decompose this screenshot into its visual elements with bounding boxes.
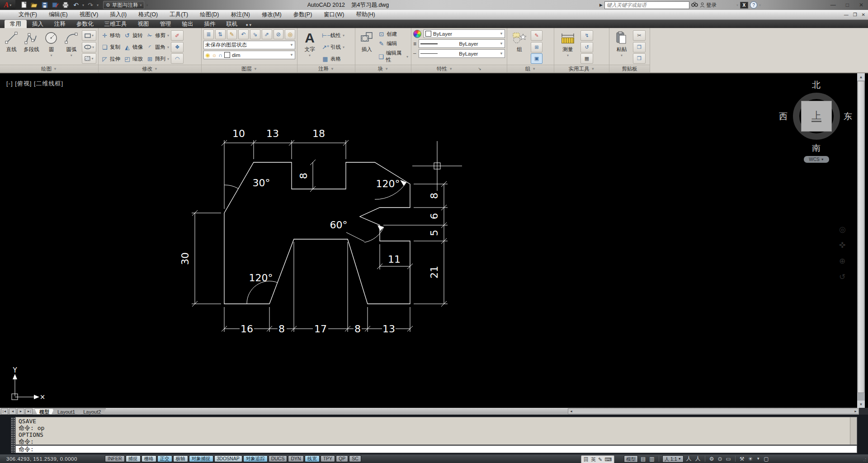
menu-item[interactable]: 插入(I)	[104, 10, 132, 19]
layout-tab[interactable]: Layout1	[52, 408, 80, 415]
arc-button[interactable]: 圆弧▾	[62, 29, 81, 65]
command-history-scrollbar[interactable]	[850, 417, 857, 444]
ribbon-tab[interactable]: 管理	[155, 20, 177, 28]
polyline-button[interactable]: 多段线	[22, 29, 41, 65]
panel-title-utilities[interactable]: 实用工具▼	[554, 65, 609, 72]
viewcube-north[interactable]: 北	[812, 79, 821, 91]
ribbon-tab[interactable]: 注释	[49, 20, 71, 28]
status-toggle[interactable]: 正交	[157, 455, 172, 462]
pan-icon[interactable]: ✜	[839, 241, 846, 250]
modify-tool[interactable]: ◭镜像	[123, 41, 144, 53]
clean-screen-button[interactable]: ▢	[763, 456, 769, 462]
first-layout-icon[interactable]: |◄	[1, 408, 8, 415]
redo-dropdown-icon[interactable]: ▾	[97, 3, 99, 7]
offset-button[interactable]: ◠	[171, 53, 184, 64]
panel-title-clipboard[interactable]: 剪贴板	[609, 65, 650, 72]
ime-language-bar[interactable]: 田 英 ✎ ⌨	[581, 455, 614, 463]
status-toggle[interactable]: 线宽	[305, 455, 320, 462]
modify-tool[interactable]: ◸拉伸	[100, 53, 121, 65]
last-layout-icon[interactable]: ►|	[25, 408, 33, 415]
layer-state-combo[interactable]: 未保存的图层状态▼	[203, 41, 295, 49]
close-button[interactable]: ✕	[859, 2, 863, 8]
status-bulb-icon[interactable]: ☀	[747, 456, 754, 462]
signin-dropdown-icon[interactable]: ▾	[736, 3, 738, 7]
ime-pen-icon[interactable]: ✎	[598, 457, 602, 463]
table-button[interactable]: ▦表格	[321, 56, 345, 62]
isolate-objects-icon[interactable]: ⚒	[739, 456, 745, 462]
undo-dropdown-icon[interactable]: ▾	[82, 3, 84, 7]
doc-minimize-icon[interactable]: —	[844, 12, 849, 17]
status-toggle[interactable]: DYN	[288, 455, 303, 462]
status-menu-icon[interactable]: ▼	[755, 457, 761, 461]
doc-close-icon[interactable]: ✕	[862, 12, 865, 17]
layer-restore-icon[interactable]: ↶	[238, 29, 249, 39]
modify-tool[interactable]: ✛移动	[100, 29, 121, 41]
scroll-left-icon[interactable]: ◄	[568, 410, 574, 413]
status-toggle[interactable]: INFER	[105, 455, 125, 462]
ime-lang-icon[interactable]: 英	[591, 456, 596, 463]
viewcube[interactable]: 北 西 东 南 上	[790, 90, 843, 142]
menu-item[interactable]: 视图(V)	[74, 10, 104, 19]
group-button[interactable]: 组	[509, 29, 530, 65]
menu-item[interactable]: 绘图(D)	[194, 10, 225, 19]
modify-tool[interactable]: ◜圆角▾	[146, 41, 170, 53]
annotation-visibility-icon[interactable]: 人	[685, 455, 693, 463]
viewcube-east[interactable]: 东	[844, 111, 852, 123]
paste-special-button[interactable]: ❒	[633, 53, 646, 64]
layer-combo[interactable]: ◉ ☼ ∩ dim▼	[203, 51, 295, 59]
ribbon-tab[interactable]: 插件	[199, 20, 221, 28]
maximize-button[interactable]: □	[846, 2, 849, 8]
status-toggle[interactable]: 栅格	[142, 455, 156, 462]
exchange-apps-icon[interactable]: X	[740, 2, 748, 9]
ribbon-tab[interactable]: 常用	[5, 20, 27, 28]
layer-properties-icon[interactable]: ≣	[203, 29, 214, 39]
command-input[interactable]: 命令:	[15, 445, 857, 453]
layer-freeze-icon[interactable]: ⊘	[274, 29, 284, 39]
scroll-right-icon[interactable]: ►	[853, 410, 859, 413]
lineweight-combo[interactable]: ByLayer▼	[419, 39, 505, 48]
modify-tool[interactable]: ✁修剪▾	[146, 29, 170, 41]
layer-off-icon[interactable]: ◎	[285, 29, 295, 39]
workspace-switching-icon[interactable]: ⚙	[708, 456, 715, 462]
command-history[interactable]: QSAVE命令: opOPTIONS命令:	[15, 417, 857, 445]
menu-item[interactable]: 工具(T)	[164, 10, 194, 19]
status-toggle[interactable]: 捕捉	[126, 455, 141, 462]
viewcube-west[interactable]: 西	[779, 111, 788, 123]
group-selection-toggle[interactable]: ▣	[531, 53, 542, 64]
text-button[interactable]: A 文字▾	[299, 29, 320, 65]
signin-button[interactable]: 登录	[700, 2, 717, 9]
cut-button[interactable]: ✂	[633, 30, 646, 41]
qat-overflow-icon[interactable]: ▾	[146, 3, 148, 7]
ribbon-tab[interactable]: 三维工具	[99, 20, 132, 28]
annotation-autoscale-icon[interactable]: 人	[694, 455, 702, 463]
wcs-button[interactable]: WCS▼	[804, 156, 829, 163]
horizontal-scrollbar[interactable]: ◄ ►	[568, 408, 859, 414]
group-edit-button[interactable]: ⊞	[531, 42, 542, 52]
rectangle-button[interactable]: ▾	[82, 30, 96, 41]
layout-tab[interactable]: Layout2	[78, 408, 106, 415]
ellipse-button[interactable]: ▾	[82, 42, 96, 52]
block-create-button[interactable]: ⊡创建	[377, 31, 409, 38]
menu-item[interactable]: 文件(F)	[13, 10, 43, 19]
model-space-button[interactable]: 模型	[624, 455, 638, 463]
status-toggle[interactable]: 对象追踪	[243, 455, 268, 462]
explode-button[interactable]: ❖	[171, 42, 184, 52]
drawing-canvas[interactable]: 101318830°120°8652160°1130120°16817813Y×…	[0, 73, 868, 408]
hardware-acceleration-icon[interactable]: ▭	[725, 456, 731, 462]
status-toggle[interactable]: QP	[336, 455, 348, 462]
layer-isolate-icon[interactable]: ⇘	[250, 29, 260, 39]
orbit-icon[interactable]: ↺	[839, 272, 846, 282]
ribbon-tab[interactable]: 视图	[132, 20, 155, 28]
save-as-icon[interactable]	[51, 1, 59, 9]
ribbon-tab[interactable]: 输出	[177, 20, 199, 28]
menu-item[interactable]: 修改(M)	[256, 10, 288, 19]
command-window-grip[interactable]	[11, 417, 15, 453]
scroll-down-icon[interactable]: ▼	[857, 401, 865, 408]
block-edit-button[interactable]: ✎编辑	[377, 40, 409, 47]
prev-layout-icon[interactable]: ◄	[9, 408, 16, 415]
app-menu-button[interactable]: A▾	[0, 0, 15, 10]
open-icon[interactable]	[30, 1, 38, 9]
status-toggle[interactable]: SC	[349, 455, 361, 462]
viewport-controls[interactable]: [-] [俯视] [二维线框]	[6, 80, 63, 88]
menu-item[interactable]: 格式(O)	[132, 10, 164, 19]
